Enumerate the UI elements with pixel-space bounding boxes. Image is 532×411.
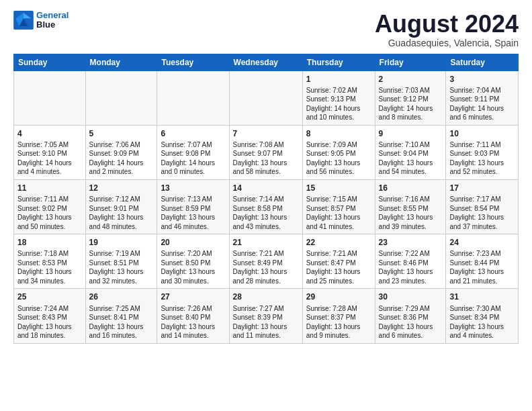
day-number: 20 [161,237,225,248]
weekday-header-row: SundayMondayTuesdayWednesdayThursdayFrid… [14,54,519,71]
weekday-thursday: Thursday [302,54,375,71]
day-number: 29 [306,291,371,302]
day-number: 4 [17,128,82,139]
calendar-cell: 15Sunrise: 7:15 AM Sunset: 8:57 PM Dayli… [302,179,375,234]
week-row-3: 11Sunrise: 7:11 AM Sunset: 9:02 PM Dayli… [14,179,519,234]
calendar-cell [14,71,86,125]
day-info: Sunrise: 7:23 AM Sunset: 8:44 PM Dayligh… [449,249,515,285]
day-info: Sunrise: 7:25 AM Sunset: 8:41 PM Dayligh… [89,304,154,340]
calendar-cell: 6Sunrise: 7:07 AM Sunset: 9:08 PM Daylig… [157,125,229,179]
page-header: General Blue August 2024 Guadasequies, V… [13,11,519,48]
day-info: Sunrise: 7:29 AM Sunset: 8:36 PM Dayligh… [379,304,443,340]
day-info: Sunrise: 7:13 AM Sunset: 8:59 PM Dayligh… [161,195,225,231]
day-number: 22 [306,237,371,248]
day-number: 15 [306,183,371,193]
calendar-cell: 5Sunrise: 7:06 AM Sunset: 9:09 PM Daylig… [85,125,157,179]
day-number: 16 [379,183,443,193]
calendar-cell: 3Sunrise: 7:04 AM Sunset: 9:11 PM Daylig… [446,71,519,125]
day-number: 24 [449,237,515,248]
day-number: 30 [379,291,443,302]
day-number: 12 [89,183,154,193]
logo-text: General Blue [36,11,69,30]
day-number: 10 [449,128,515,139]
calendar-cell: 8Sunrise: 7:09 AM Sunset: 9:05 PM Daylig… [302,125,375,179]
logo: General Blue [13,11,69,30]
calendar-cell: 10Sunrise: 7:11 AM Sunset: 9:03 PM Dayli… [446,125,519,179]
calendar-cell: 9Sunrise: 7:10 AM Sunset: 9:04 PM Daylig… [375,125,446,179]
day-number: 6 [161,128,225,139]
day-info: Sunrise: 7:10 AM Sunset: 9:04 PM Dayligh… [379,140,443,177]
calendar-cell: 20Sunrise: 7:20 AM Sunset: 8:50 PM Dayli… [157,234,229,289]
logo-icon [13,11,34,30]
day-info: Sunrise: 7:08 AM Sunset: 9:07 PM Dayligh… [233,140,299,177]
calendar-cell: 4Sunrise: 7:05 AM Sunset: 9:10 PM Daylig… [14,125,86,179]
day-number: 19 [89,237,154,248]
calendar-cell: 11Sunrise: 7:11 AM Sunset: 9:02 PM Dayli… [14,179,86,234]
calendar-cell: 28Sunrise: 7:27 AM Sunset: 8:39 PM Dayli… [229,289,302,343]
day-info: Sunrise: 7:21 AM Sunset: 8:47 PM Dayligh… [306,249,371,285]
calendar-cell [157,71,229,125]
calendar-cell: 21Sunrise: 7:21 AM Sunset: 8:49 PM Dayli… [229,234,302,289]
day-info: Sunrise: 7:22 AM Sunset: 8:46 PM Dayligh… [379,249,443,285]
day-info: Sunrise: 7:14 AM Sunset: 8:58 PM Dayligh… [233,195,299,231]
day-info: Sunrise: 7:21 AM Sunset: 8:49 PM Dayligh… [233,249,299,285]
main-title: August 2024 [375,11,519,38]
calendar-cell: 16Sunrise: 7:16 AM Sunset: 8:55 PM Dayli… [375,179,446,234]
day-info: Sunrise: 7:12 AM Sunset: 9:01 PM Dayligh… [89,195,154,231]
calendar-body: 1Sunrise: 7:02 AM Sunset: 9:13 PM Daylig… [14,71,519,343]
logo-line1: General [36,10,69,20]
day-number: 27 [161,291,225,302]
day-number: 3 [449,74,515,85]
day-number: 31 [449,291,515,302]
day-info: Sunrise: 7:16 AM Sunset: 8:55 PM Dayligh… [379,195,443,231]
title-block: August 2024 Guadasequies, Valencia, Spai… [375,11,519,48]
day-info: Sunrise: 7:17 AM Sunset: 8:54 PM Dayligh… [449,195,515,231]
day-number: 1 [306,74,371,85]
calendar-cell: 2Sunrise: 7:03 AM Sunset: 9:12 PM Daylig… [375,71,446,125]
calendar-cell: 17Sunrise: 7:17 AM Sunset: 8:54 PM Dayli… [446,179,519,234]
week-row-2: 4Sunrise: 7:05 AM Sunset: 9:10 PM Daylig… [14,125,519,179]
calendar-cell: 30Sunrise: 7:29 AM Sunset: 8:36 PM Dayli… [375,289,446,343]
day-number: 26 [89,291,154,302]
weekday-friday: Friday [375,54,446,71]
day-info: Sunrise: 7:26 AM Sunset: 8:40 PM Dayligh… [161,304,225,340]
weekday-tuesday: Tuesday [157,54,229,71]
day-info: Sunrise: 7:04 AM Sunset: 9:11 PM Dayligh… [449,86,515,122]
calendar-cell: 23Sunrise: 7:22 AM Sunset: 8:46 PM Dayli… [375,234,446,289]
day-info: Sunrise: 7:18 AM Sunset: 8:53 PM Dayligh… [17,249,82,285]
weekday-wednesday: Wednesday [229,54,302,71]
weekday-saturday: Saturday [446,54,519,71]
calendar-cell: 22Sunrise: 7:21 AM Sunset: 8:47 PM Dayli… [302,234,375,289]
day-info: Sunrise: 7:06 AM Sunset: 9:09 PM Dayligh… [89,140,154,177]
day-info: Sunrise: 7:03 AM Sunset: 9:12 PM Dayligh… [379,86,443,122]
calendar-cell: 24Sunrise: 7:23 AM Sunset: 8:44 PM Dayli… [446,234,519,289]
subtitle: Guadasequies, Valencia, Spain [375,38,519,48]
day-number: 17 [449,183,515,193]
week-row-1: 1Sunrise: 7:02 AM Sunset: 9:13 PM Daylig… [14,71,519,125]
day-number: 11 [17,183,82,193]
day-number: 18 [17,237,82,248]
day-number: 8 [306,128,371,139]
weekday-sunday: Sunday [14,54,86,71]
day-info: Sunrise: 7:27 AM Sunset: 8:39 PM Dayligh… [233,304,299,340]
day-info: Sunrise: 7:15 AM Sunset: 8:57 PM Dayligh… [306,195,371,231]
day-number: 5 [89,128,154,139]
day-info: Sunrise: 7:02 AM Sunset: 9:13 PM Dayligh… [306,86,371,122]
day-info: Sunrise: 7:24 AM Sunset: 8:43 PM Dayligh… [17,304,82,340]
day-info: Sunrise: 7:07 AM Sunset: 9:08 PM Dayligh… [161,140,225,177]
day-info: Sunrise: 7:28 AM Sunset: 8:37 PM Dayligh… [306,304,371,340]
day-info: Sunrise: 7:19 AM Sunset: 8:51 PM Dayligh… [89,249,154,285]
weekday-monday: Monday [85,54,157,71]
week-row-5: 25Sunrise: 7:24 AM Sunset: 8:43 PM Dayli… [14,289,519,343]
day-number: 14 [233,183,299,193]
day-info: Sunrise: 7:11 AM Sunset: 9:02 PM Dayligh… [17,195,82,231]
calendar-table: SundayMondayTuesdayWednesdayThursdayFrid… [13,54,519,344]
calendar-cell [85,71,157,125]
day-info: Sunrise: 7:05 AM Sunset: 9:10 PM Dayligh… [17,140,82,177]
calendar-cell: 1Sunrise: 7:02 AM Sunset: 9:13 PM Daylig… [302,71,375,125]
day-number: 28 [233,291,299,302]
logo-line2: Blue [36,20,69,30]
calendar-cell: 19Sunrise: 7:19 AM Sunset: 8:51 PM Dayli… [85,234,157,289]
week-row-4: 18Sunrise: 7:18 AM Sunset: 8:53 PM Dayli… [14,234,519,289]
calendar-cell: 14Sunrise: 7:14 AM Sunset: 8:58 PM Dayli… [229,179,302,234]
